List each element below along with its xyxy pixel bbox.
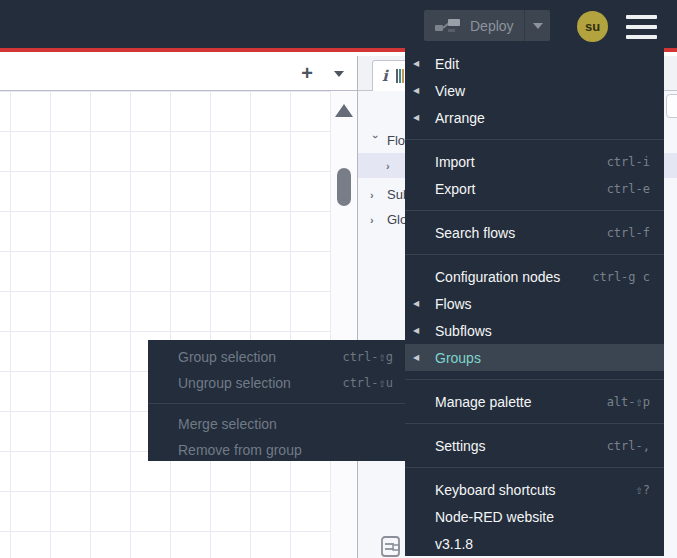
menu-item-keyboard-shortcuts[interactable]: Keyboard shortcuts ⇧? <box>405 476 664 503</box>
menu-item-label: Import <box>435 154 607 170</box>
add-flow-button[interactable]: + <box>294 60 320 86</box>
menu-item-arrange[interactable]: Arrange <box>405 104 664 131</box>
node-outline-icon[interactable] <box>378 535 402 558</box>
menu-item-configuration-nodes[interactable]: Configuration nodes ctrl-g c <box>405 263 664 290</box>
menu-separator <box>405 379 664 380</box>
outline-icon <box>396 69 404 83</box>
menu-item-label: Search flows <box>435 225 607 241</box>
menu-item-label: Merge selection <box>178 416 393 432</box>
menu-item-label: Flows <box>435 296 650 312</box>
menu-separator <box>148 403 407 404</box>
groups-submenu: Group selection ctrl-⇧g Ungroup selectio… <box>148 340 407 461</box>
menu-item-shortcut: ctrl-i <box>607 155 650 169</box>
menu-separator <box>405 210 664 211</box>
hamburger-icon <box>626 35 657 39</box>
main-menu-button[interactable] <box>626 15 657 39</box>
flow-canvas[interactable] <box>0 91 331 558</box>
menu-item-settings[interactable]: Settings ctrl-, <box>405 432 664 459</box>
canvas-scrollbar <box>331 91 357 558</box>
menu-item-label: Group selection <box>178 349 342 365</box>
submenu-caret-icon <box>405 113 435 122</box>
menu-separator <box>405 467 664 468</box>
menu-item-label: Arrange <box>435 110 650 126</box>
menu-item-shortcut: ctrl-⇧u <box>342 376 393 390</box>
menu-item-groups[interactable]: Groups <box>405 344 664 371</box>
chevron-collapsed-icon[interactable]: › <box>370 189 382 201</box>
submenu-caret-icon <box>405 59 435 68</box>
chevron-expanded-icon[interactable]: › <box>370 135 382 147</box>
menu-item-label: Keyboard shortcuts <box>435 482 636 498</box>
node-red-editor: + i › Flows › › Subflows › Global Config… <box>0 0 677 558</box>
menu-item-subflows[interactable]: Subflows <box>405 317 664 344</box>
menu-item-label: View <box>435 83 650 99</box>
menu-item-flows[interactable]: Flows <box>405 290 664 317</box>
menu-item-shortcut: ctrl-e <box>607 182 650 196</box>
submenu-caret-icon <box>405 299 435 308</box>
info-icon: i <box>382 67 388 85</box>
chevron-down-icon <box>334 71 344 77</box>
hamburger-icon <box>626 25 657 29</box>
deploy-node-icon <box>434 17 461 34</box>
menu-item-nodered-website[interactable]: Node-RED website <box>405 503 664 530</box>
menu-item-merge-selection[interactable]: Merge selection <box>148 411 407 437</box>
menu-item-label: Edit <box>435 56 650 72</box>
menu-item-search-flows[interactable]: Search flows ctrl-f <box>405 219 664 246</box>
menu-item-view[interactable]: View <box>405 77 664 104</box>
menu-item-export[interactable]: Export ctrl-e <box>405 175 664 202</box>
menu-item-version[interactable]: v3.1.8 <box>405 530 664 556</box>
deploy-options-button[interactable] <box>524 10 550 41</box>
workspace-tabbar: + <box>0 56 357 91</box>
chevron-down-icon <box>533 23 543 29</box>
deploy-button[interactable]: Deploy <box>424 10 550 41</box>
menu-item-shortcut: ctrl-g c <box>592 270 650 284</box>
menu-item-shortcut: ctrl-⇧g <box>342 350 393 364</box>
menu-item-label: Settings <box>435 438 607 454</box>
menu-item-manage-palette[interactable]: Manage palette alt-⇧p <box>405 388 664 415</box>
menu-item-shortcut: ⇧? <box>636 483 650 497</box>
menu-item-ungroup-selection[interactable]: Ungroup selection ctrl-⇧u <box>148 370 407 396</box>
user-avatar[interactable]: su <box>577 11 608 42</box>
menu-item-label: Groups <box>435 350 650 366</box>
menu-item-group-selection[interactable]: Group selection ctrl-⇧g <box>148 344 407 370</box>
submenu-caret-icon <box>405 353 435 362</box>
hamburger-icon <box>626 15 657 19</box>
menu-item-remove-from-group[interactable]: Remove from group <box>148 437 407 461</box>
menu-item-label: Remove from group <box>178 442 393 458</box>
menu-item-shortcut: ctrl-, <box>607 439 650 453</box>
menu-item-label: Subflows <box>435 323 650 339</box>
menu-separator <box>405 423 664 424</box>
deploy-button-label: Deploy <box>470 18 524 34</box>
menu-item-shortcut: alt-⇧p <box>607 395 650 409</box>
menu-item-edit[interactable]: Edit <box>405 50 664 77</box>
menu-separator <box>405 139 664 140</box>
chevron-collapsed-icon[interactable]: › <box>370 214 382 226</box>
menu-item-label: Export <box>435 181 607 197</box>
submenu-caret-icon <box>405 326 435 335</box>
menu-item-shortcut: ctrl-f <box>607 226 650 240</box>
main-menu: Edit View Arrange Import ctrl-i Export c… <box>405 45 664 556</box>
chevron-collapsed-icon[interactable]: › <box>386 160 398 172</box>
menu-item-label: Manage palette <box>435 394 607 410</box>
menu-item-label: Node-RED website <box>435 509 650 525</box>
menu-item-label: v3.1.8 <box>435 536 650 552</box>
scrollbar-thumb[interactable] <box>337 168 351 206</box>
menu-item-label: Ungroup selection <box>178 375 342 391</box>
submenu-caret-icon <box>405 86 435 95</box>
menu-separator <box>405 254 664 255</box>
sidebar-toolbar-button[interactable] <box>666 94 677 118</box>
flow-list-dropdown-button[interactable] <box>328 61 350 85</box>
menu-item-label: Configuration nodes <box>435 269 592 285</box>
scroll-up-arrow-icon[interactable] <box>335 104 353 117</box>
menu-item-import[interactable]: Import ctrl-i <box>405 148 664 175</box>
